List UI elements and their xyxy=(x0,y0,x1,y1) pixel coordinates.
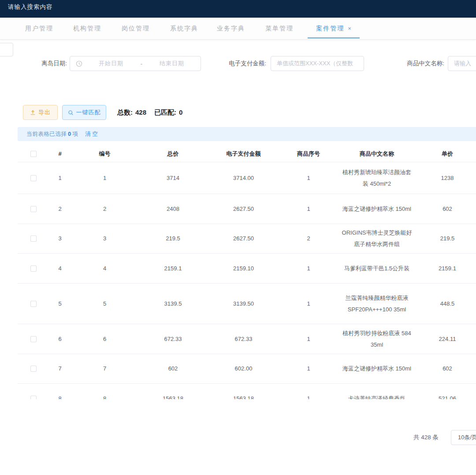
cell-code: 3 xyxy=(71,233,139,244)
cell-serial: 1 xyxy=(280,333,337,345)
product-name-input[interactable]: 请输入 xyxy=(448,56,476,71)
close-icon[interactable]: × xyxy=(348,25,351,32)
tab-menu-management[interactable]: 菜单管理 xyxy=(265,18,294,39)
header-product-name: 商品中文名称 xyxy=(337,148,416,160)
selection-suffix: 项 xyxy=(72,131,78,137)
tab-org-management[interactable]: 机构管理 xyxy=(73,18,101,39)
product-name-filter-label: 商品中文名称: xyxy=(390,56,444,71)
end-date-input[interactable]: 结束日期 xyxy=(143,60,201,67)
cell-index: 4 xyxy=(49,263,71,274)
export-button-label: 导出 xyxy=(38,108,51,116)
cell-code: 4 xyxy=(71,263,139,274)
page: 请输入搜索内容 用户管理 机构管理 岗位管理 系统字典 业务字典 菜单管理 案件… xyxy=(0,0,476,475)
cell-payment: 602.00 xyxy=(207,363,280,374)
cell-payment: 1563.18 xyxy=(207,393,280,400)
row-checkbox[interactable] xyxy=(30,175,37,181)
payment-amount-placeholder: 单值或范围XXX-XXX（仅整数 xyxy=(277,60,353,67)
start-date-input[interactable]: 开始日期 xyxy=(82,60,140,67)
cell-index: 8 xyxy=(49,393,71,400)
cell-unit: 521.06 xyxy=(416,393,476,400)
cell-total: 672.33 xyxy=(139,333,207,345)
table-row[interactable]: 8 8 1563.18 1563.18 1 卡诗菁纯亮泽经典香氛 521.06 xyxy=(18,384,476,399)
cell-code: 6 xyxy=(71,333,139,345)
row-checkbox[interactable] xyxy=(30,266,37,272)
header-code: 编号 xyxy=(71,148,139,160)
cell-unit: 1238 xyxy=(416,172,476,184)
match-stats: 总数:428已匹配:0 xyxy=(117,105,185,120)
table-row[interactable]: 7 7 602 602.00 1 海蓝之谜修护精萃水 150ml 602 xyxy=(18,354,476,384)
row-checkbox[interactable] xyxy=(30,396,37,400)
tab-post-management[interactable]: 岗位管理 xyxy=(122,18,150,39)
clear-selection-link[interactable]: 清空 xyxy=(85,131,99,137)
case-table: # 编号 总价 电子支付金额 商品序号 商品中文名称 单价 1 1 3714 3… xyxy=(18,146,476,399)
tab-business-dictionary[interactable]: 业务字典 xyxy=(217,18,245,39)
tab-user-management[interactable]: 用户管理 xyxy=(25,18,53,39)
row-checkbox[interactable] xyxy=(30,366,37,372)
page-size-value: 10条/页 xyxy=(458,434,476,441)
date-range-separator: - xyxy=(140,60,143,67)
cell-unit: 219.5 xyxy=(416,233,476,244)
one-click-match-label: 一键匹配 xyxy=(76,108,101,116)
clock-icon xyxy=(76,60,82,67)
table-row[interactable]: 2 2 2408 2627.50 1 海蓝之谜修护精萃水 150ml 602 xyxy=(18,194,476,224)
page-size-select[interactable]: 10条/页 xyxy=(451,430,476,445)
cell-code: 2 xyxy=(71,203,139,215)
cell-unit: 224.11 xyxy=(416,333,476,345)
table-row[interactable]: 1 1 3714 3714.00 1 植村秀新琥珀臻萃洁颜油套装 450ml*2… xyxy=(18,162,476,194)
table-row[interactable]: 4 4 2159.1 2159.10 1 马爹利蓝带干邑1.5公升装 2159.… xyxy=(18,254,476,284)
cell-payment: 672.33 xyxy=(207,333,280,345)
date-range-picker[interactable]: 开始日期 - 结束日期 xyxy=(70,56,201,71)
header-unit-price: 单价 xyxy=(416,148,476,160)
tab-case-management-label: 案件管理 xyxy=(316,25,344,32)
table-row[interactable]: 6 6 672.33 672.33 1 植村秀羽纱持妆粉底液 584 35ml … xyxy=(18,324,476,354)
cell-payment: 3714.00 xyxy=(207,172,280,184)
cell-name: 兰蔻菁纯臻颜精华粉底液SPF20PA+++100 35ml xyxy=(337,292,416,315)
row-checkbox[interactable] xyxy=(30,301,37,307)
selection-prefix: 当前表格已选择 xyxy=(26,131,67,137)
row-checkbox[interactable] xyxy=(30,236,37,242)
tab-case-management-active[interactable]: 案件管理× xyxy=(308,18,360,39)
product-name-placeholder: 请输入 xyxy=(454,60,471,67)
row-checkbox[interactable] xyxy=(30,206,37,212)
cell-total: 2408 xyxy=(139,203,207,215)
cell-name: 海蓝之谜修护精萃水 150ml xyxy=(337,363,416,374)
cell-serial: 1 xyxy=(280,363,337,374)
matched-label: 已匹配: xyxy=(154,108,176,116)
selection-count: 0 xyxy=(68,131,71,137)
cell-serial: 1 xyxy=(280,298,337,310)
cell-payment: 2159.10 xyxy=(207,263,280,274)
row-checkbox[interactable] xyxy=(30,336,37,342)
matched-value: 0 xyxy=(179,108,182,116)
cell-payment: 2627.50 xyxy=(207,203,280,215)
cell-index: 5 xyxy=(49,298,71,310)
cell-index: 6 xyxy=(49,333,71,345)
cell-total: 3714 xyxy=(139,172,207,184)
table-row[interactable]: 5 5 3139.5 3139.50 1 兰蔻菁纯臻颜精华粉底液SPF20PA+… xyxy=(18,284,476,324)
cell-payment: 3139.50 xyxy=(207,298,280,310)
header-total-price: 总价 xyxy=(139,148,207,160)
tab-system-dictionary[interactable]: 系统字典 xyxy=(170,18,198,39)
cell-serial: 1 xyxy=(280,393,337,400)
global-search-input[interactable]: 请输入搜索内容 xyxy=(8,3,53,11)
cell-code: 5 xyxy=(71,298,139,310)
cell-index: 2 xyxy=(49,203,71,215)
select-all-checkbox[interactable] xyxy=(30,151,37,157)
cell-unit: 448.5 xyxy=(416,298,476,310)
pagination-total: 共 428 条 xyxy=(413,434,439,441)
cell-name: 植村秀新琥珀臻萃洁颜油套装 450ml*2 xyxy=(337,167,416,190)
cell-serial: 1 xyxy=(280,172,337,184)
cell-name: ORIGINS韦博士灵芝焕能好底子精华水两件组 xyxy=(337,227,416,250)
cell-total: 2159.1 xyxy=(139,263,207,274)
clipped-side-button[interactable] xyxy=(0,43,13,56)
export-button[interactable]: 导出 xyxy=(23,105,58,120)
cell-index: 3 xyxy=(49,233,71,244)
search-icon xyxy=(68,110,74,116)
cell-name: 植村秀羽纱持妆粉底液 584 35ml xyxy=(337,328,416,351)
table-header-row: # 编号 总价 电子支付金额 商品序号 商品中文名称 单价 xyxy=(18,146,476,162)
cell-total: 219.5 xyxy=(139,233,207,244)
cell-code: 1 xyxy=(71,172,139,184)
table-row[interactable]: 3 3 219.5 2627.50 2 ORIGINS韦博士灵芝焕能好底子精华水… xyxy=(18,224,476,254)
cell-code: 8 xyxy=(71,393,139,400)
payment-amount-input[interactable]: 单值或范围XXX-XXX（仅整数 xyxy=(271,56,364,71)
one-click-match-button[interactable]: 一键匹配 xyxy=(62,105,106,120)
